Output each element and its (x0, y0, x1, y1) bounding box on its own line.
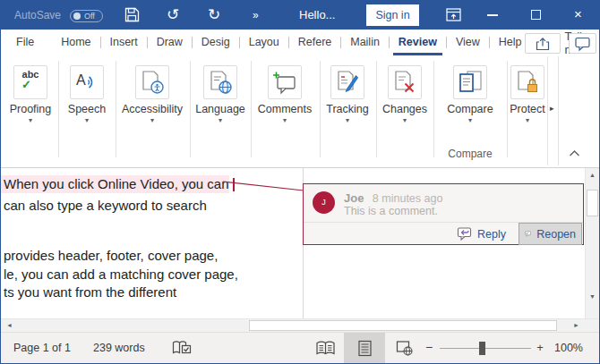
document-line: le, you can add a matching cover page, (4, 266, 238, 284)
reopen-check-icon (525, 227, 531, 241)
speech-icon: A (70, 65, 104, 99)
tab-separator (489, 37, 490, 48)
document-title: Hello... (299, 8, 335, 21)
customize-quick-access-button[interactable]: » (253, 9, 258, 21)
tab-draw[interactable]: Draw (149, 30, 191, 55)
comment-body: This is a comment. (344, 205, 438, 217)
proofing-book-icon (171, 340, 193, 357)
undo-button[interactable]: ↺ (167, 5, 179, 23)
tab-separator (389, 37, 390, 48)
status-bar: Page 1 of 1 239 words (1, 332, 599, 363)
comment-header: Joe 8 minutes ago (344, 190, 442, 206)
new-comment-button[interactable] (569, 33, 596, 54)
tab-separator (147, 37, 148, 48)
horizontal-scrollbar[interactable]: ◄ ► (1, 318, 599, 332)
tab-mailings[interactable]: Mailin (342, 30, 388, 55)
web-layout-icon (396, 340, 413, 356)
maximize-button[interactable] (531, 10, 541, 20)
read-mode-button[interactable] (309, 333, 341, 363)
document-canvas[interactable]: When you click Online Video, you can can… (1, 168, 599, 318)
vertical-scrollbar-thumb[interactable] (587, 190, 598, 216)
minimize-button[interactable] (487, 14, 498, 16)
scroll-left-button[interactable]: ◄ (3, 319, 16, 332)
zoom-level[interactable]: 100% (554, 342, 583, 354)
changes-icon (388, 65, 422, 99)
zoom-in-button[interactable]: + (533, 341, 547, 354)
tab-view[interactable]: View (448, 30, 488, 55)
comment-card[interactable]: J Joe 8 minutes ago This is a comment. R… (303, 183, 584, 245)
reopen-label: Reopen (536, 228, 576, 241)
language-icon (203, 65, 237, 99)
dropdown-arrow-icon: ▾ (51, 116, 123, 124)
document-line: ts you want from the different (4, 284, 176, 301)
proofing-status-button[interactable] (171, 340, 193, 357)
tab-home[interactable]: Home (53, 30, 99, 55)
tab-references[interactable]: Refere (290, 30, 340, 55)
ribbon-tab-bar: File Home Insert Draw Desig Layou Refere… (1, 30, 599, 55)
dropdown-arrow-icon: ▾ (184, 116, 256, 124)
scroll-up-button[interactable]: ▲ (586, 168, 599, 182)
tab-separator (239, 37, 240, 48)
titlebar: AutoSave Off ↺ ↻ » Hello... Sign in × (1, 1, 599, 30)
reply-button[interactable]: Reply (451, 223, 511, 245)
ribbon-display-options-icon (446, 8, 461, 21)
tab-file[interactable]: File (8, 30, 42, 55)
protect-icon (510, 65, 544, 99)
read-mode-icon (315, 341, 336, 356)
tab-separator (192, 37, 193, 48)
tab-separator (446, 37, 447, 48)
ribbon-button-speech[interactable]: A Speech ▾ (51, 55, 123, 163)
tab-layout[interactable]: Layou (241, 30, 287, 55)
sign-in-button[interactable]: Sign in (366, 4, 419, 26)
compare-group-label: Compare (434, 148, 506, 160)
chevron-up-icon (569, 149, 580, 157)
tab-review[interactable]: Review (390, 30, 445, 55)
vertical-scrollbar[interactable]: ▲ ▼ (585, 168, 599, 318)
tab-help[interactable]: Help (491, 30, 530, 55)
scroll-down-button[interactable]: ▼ (586, 290, 599, 304)
ribbon-button-language[interactable]: Language ▾ (184, 55, 256, 163)
zoom-slider-thumb[interactable] (479, 342, 485, 355)
autosave-label: AutoSave (14, 9, 61, 21)
dropdown-arrow-icon: ▾ (116, 116, 188, 124)
zoom-slider-track[interactable] (440, 348, 531, 349)
share-button[interactable] (525, 33, 561, 54)
share-icon (535, 37, 551, 51)
tab-separator (100, 37, 101, 48)
autosave-toggle[interactable]: Off (70, 10, 103, 22)
reply-label: Reply (477, 228, 506, 241)
scroll-right-button[interactable]: ► (570, 319, 583, 332)
ribbon-button-changes[interactable]: Changes ▾ (369, 55, 441, 163)
ribbon-display-options-button[interactable] (446, 8, 461, 21)
web-layout-button[interactable] (388, 333, 420, 363)
collapse-ribbon-button[interactable] (569, 149, 580, 157)
redo-button[interactable]: ↻ (208, 5, 220, 23)
dropdown-arrow-icon: ▾ (249, 116, 321, 124)
ribbon-scroll-right-button[interactable]: ▸ (547, 56, 559, 165)
word-count[interactable]: 239 words (93, 342, 145, 354)
zoom-out-button[interactable]: − (422, 340, 436, 354)
document-line: can also type a keyword to search (4, 197, 207, 215)
tab-design[interactable]: Desig (193, 30, 238, 55)
reopen-button[interactable]: Reopen (519, 223, 582, 245)
tracking-icon (330, 65, 364, 99)
dropdown-arrow-icon: ▾ (369, 116, 441, 124)
save-icon (124, 7, 140, 22)
close-button[interactable]: × (574, 6, 582, 21)
ribbon-button-comments[interactable]: Comments ▾ (249, 55, 321, 163)
tab-separator (340, 37, 341, 48)
comment-author: Joe (344, 191, 364, 205)
tab-insert[interactable]: Insert (101, 30, 145, 55)
comment-anchor-caret (233, 178, 235, 191)
compare-icon (453, 65, 487, 99)
save-button[interactable] (124, 7, 140, 22)
print-layout-button[interactable] (344, 333, 385, 363)
horizontal-scrollbar-thumb[interactable] (249, 320, 557, 331)
document-line: When you click Online Video, you can (4, 175, 235, 193)
ribbon-button-accessibility[interactable]: Accessibility ▾ (116, 55, 188, 163)
comment-bubble-icon (575, 37, 590, 51)
page-indicator[interactable]: Page 1 of 1 (13, 342, 71, 354)
commented-text-highlight[interactable]: When you click Online Video, you can (1, 175, 229, 193)
comment-timestamp: 8 minutes ago (373, 192, 443, 205)
comments-icon (268, 65, 302, 99)
